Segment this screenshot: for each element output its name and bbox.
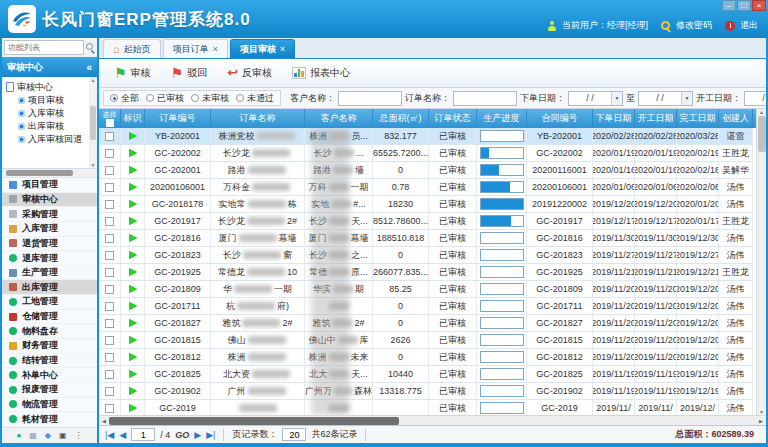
row-checkbox[interactable] [105,200,114,209]
prev-page-button[interactable]: ◀ [119,430,126,440]
tree-vertical-scrollbar[interactable]: ▲ ▼ [89,77,97,168]
sidebar-module[interactable]: 退货管理 [2,237,97,252]
table-row[interactable]: GC-2019已审核GC-20192019/11/2019/11/2019/12… [99,400,766,415]
scroll-down-icon[interactable]: ▼ [91,162,96,168]
next-page-button[interactable]: ▶ [194,430,201,440]
scroll-up-icon[interactable]: ▲ [759,109,764,115]
select-all-checkbox[interactable] [106,119,114,127]
table-row[interactable]: GC-202001路港路港墙0已审核202001160012020/01/162… [99,162,766,179]
sidebar-module[interactable]: 财务管理 [2,339,97,354]
table-row[interactable]: YB-202001株洲党校株洲员...832.177已审核YB-20200120… [99,128,766,145]
row-checkbox[interactable] [105,234,114,243]
last-page-button[interactable]: ▶| [206,430,215,440]
tab-project-audit-active[interactable]: 项目审核× [230,39,295,58]
sidebar-module[interactable]: 出库管理 [2,280,97,295]
chevron-down-icon[interactable]: ▼ [681,92,692,105]
scroll-thumb[interactable] [109,417,399,425]
table-row[interactable]: GC-201809华一期华滨期85.25已审核GC-2018092019/11/… [99,281,766,298]
row-checkbox[interactable] [105,302,114,311]
maximize-button[interactable]: □ [737,0,751,11]
report-icon[interactable]: ▣ [59,432,67,440]
page-number-input[interactable] [131,428,155,441]
tree-root[interactable]: 审核中心 [6,80,89,94]
tab-item[interactable]: ⌂起始页 [103,39,161,58]
row-checkbox[interactable] [105,387,114,396]
table-row[interactable]: GC-201825北大资北大天...10440已审核GC-2018252019/… [99,366,766,383]
first-page-button[interactable]: |◀ [105,430,114,440]
tab-item[interactable]: 项目订单× [163,39,228,58]
sidebar-module[interactable]: 工地管理 [2,295,97,310]
tree-node[interactable]: 出库审核 [6,120,89,133]
sidebar-module[interactable]: 补单中心 [2,368,97,383]
table-row[interactable]: GC-201827雅筑2#雅筑2#0已审核GC-2018272019/11/20… [99,315,766,332]
order-name-input[interactable] [453,91,517,106]
scroll-right-icon[interactable]: ▶ [756,416,766,425]
table-row[interactable]: GC-201816厦门幕墙厦门幕墙188510.818已审核GC-2018162… [99,230,766,247]
sidebar-module[interactable]: 耗材管理 [2,412,97,427]
table-row[interactable]: GC-202002长沙龙长沙...65525.7200...已审核GC-2020… [99,145,766,162]
minimize-button[interactable]: – [722,0,736,11]
row-checkbox[interactable] [105,149,114,158]
sidebar-module[interactable]: 审核中心 [2,193,97,208]
sidebar-module[interactable]: 生产管理 [2,266,97,281]
search-icon[interactable] [86,43,95,52]
row-checkbox[interactable] [105,268,114,277]
table-row[interactable]: GC-201917长沙龙2#长沙天...8512.78600...已审核GC-2… [99,213,766,230]
table-row[interactable]: GC-201925常德龙10常德原...266077.835...已审核GC-2… [99,264,766,281]
sidebar-module[interactable]: 采购管理 [2,207,97,222]
customer-name-input[interactable] [338,91,402,106]
tree-node[interactable]: 项目审核 [6,94,89,107]
more-icon[interactable]: ⋮ [75,432,83,440]
scroll-left-icon[interactable]: ◀ [99,416,109,425]
row-checkbox[interactable] [105,217,114,226]
toolbar-button-audit[interactable]: ⚑审核 [107,63,158,83]
status-radio[interactable]: 已审核 [146,92,184,105]
logout-link[interactable]: 退出 [740,19,758,32]
cart-icon[interactable]: ▦ [29,432,37,440]
scroll-thumb[interactable] [6,170,73,176]
sidebar-module[interactable]: 项目管理 [2,178,97,193]
sidebar-module[interactable]: 入库管理 [2,222,97,237]
status-radio[interactable]: 全部 [110,92,139,105]
scroll-thumb[interactable] [758,116,766,152]
close-icon[interactable]: × [280,44,285,54]
status-radio[interactable]: 未通过 [236,92,274,105]
table-row[interactable]: GC-201902广州广州万森林13318.775已审核GC-201902201… [99,383,766,400]
row-checkbox[interactable] [105,404,114,413]
row-checkbox[interactable] [105,166,114,175]
row-checkbox[interactable] [105,370,114,379]
table-row[interactable]: GC-201815佛山佛山中库2626已审核GC-2018152019/11/2… [99,332,766,349]
order-date-to-picker[interactable]: / /▼ [638,91,693,106]
close-button[interactable]: × [752,0,766,11]
start-date-picker[interactable]: / /▼ [744,91,766,106]
sidebar-module[interactable]: 物流管理 [2,398,97,413]
toolbar-button-reject[interactable]: ⚑驳回 [164,63,215,83]
tree-node[interactable]: 入库审核回退 [6,133,89,146]
toolbar-button-reverse-audit[interactable]: ↩反审核 [220,63,279,83]
order-date-from-picker[interactable]: / /▼ [568,91,623,106]
row-checkbox[interactable] [105,353,114,362]
collapse-icon[interactable]: « [86,62,92,73]
tree-node[interactable]: 入库审核 [6,107,89,120]
table-row[interactable]: GC-2018178实地常栋实地#...18230已审核201912200022… [99,196,766,213]
row-checkbox[interactable] [105,183,114,192]
status-radio[interactable]: 未审核 [191,92,229,105]
scroll-thumb[interactable] [90,106,96,140]
go-button[interactable]: GO [175,430,189,440]
sidebar-module[interactable]: 结转管理 [2,354,97,369]
grid-vertical-scrollbar[interactable]: ▲ ▼ [756,109,766,415]
row-checkbox[interactable] [105,251,114,260]
table-row[interactable]: 20200106001万科金万科一期0.78已审核202001060012020… [99,179,766,196]
table-row[interactable]: GC-201711杭府)0已审核GC-2017112019/11/202019/… [99,298,766,315]
sidebar-module[interactable]: 仓储管理 [2,310,97,325]
function-search-input[interactable] [4,40,84,55]
tree-horizontal-scrollbar[interactable] [2,169,97,177]
page-size-input[interactable] [282,428,306,441]
close-icon[interactable]: × [213,44,218,54]
row-checkbox[interactable] [105,285,114,294]
row-checkbox[interactable] [105,336,114,345]
row-checkbox[interactable] [105,132,114,141]
brush-icon[interactable]: ◆ [45,432,51,440]
sidebar-module[interactable]: 物料盘存 [2,324,97,339]
dot-icon[interactable]: ● [16,432,21,440]
